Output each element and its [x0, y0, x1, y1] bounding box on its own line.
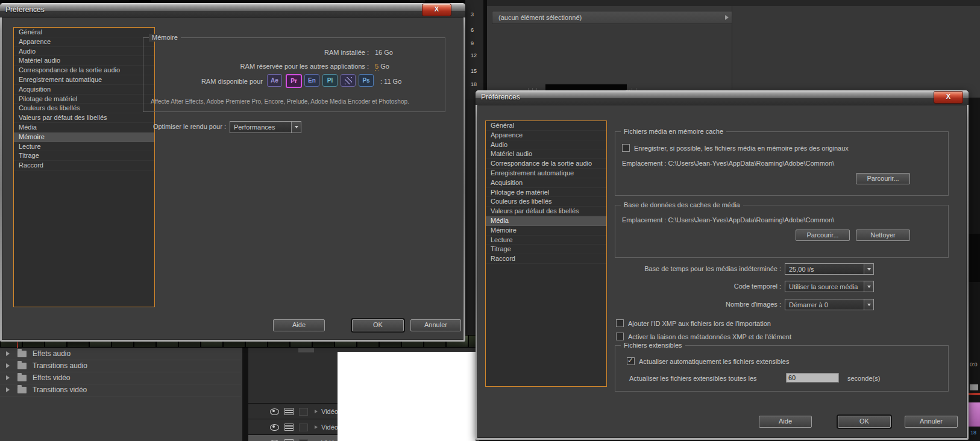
effects-bin-label: Transitions vidéo	[33, 386, 87, 394]
sidebar-item-pilotage-de-materiel[interactable]: Pilotage de matériel	[14, 95, 154, 104]
dropdown-button[interactable]	[864, 264, 873, 274]
track-lock-slot[interactable]	[299, 408, 308, 416]
track-expand-triangle-icon[interactable]	[315, 410, 318, 413]
browse-cache-db-button[interactable]: Parcourir...	[796, 230, 850, 241]
refresh-seconds-input[interactable]	[786, 373, 839, 383]
dropdown-button[interactable]	[864, 281, 873, 292]
ram-installed-label: RAM installée :	[151, 49, 369, 56]
sidebar-item-raccord[interactable]: Raccord	[486, 254, 606, 264]
audio-meter-scale: 369121518	[465, 0, 483, 99]
sidebar-item-lecture[interactable]: Lecture	[486, 236, 606, 245]
media-cache-location: Emplacement : C:\Users\Jean-Yves\AppData…	[622, 160, 834, 167]
dropdown-value: Performances	[230, 124, 291, 131]
close-icon[interactable]	[422, 4, 451, 16]
sidebar-item-audio[interactable]: Audio	[14, 47, 154, 57]
optimize-rendering-dropdown[interactable]: Performances	[230, 121, 301, 133]
help-button[interactable]: Aide	[273, 319, 325, 331]
frame-count-dropdown[interactable]: Démarrer à 0	[785, 299, 874, 310]
dialog-titlebar[interactable]: Préférences	[0, 3, 465, 17]
sidebar-item-correspondance-de-la-sortie-audio[interactable]: Correspondance de la sortie audio	[486, 159, 606, 169]
expand-triangle-icon[interactable]	[6, 375, 10, 380]
track-visibility-eye-icon[interactable]	[270, 424, 279, 431]
sidebar-item-memoire[interactable]: Mémoire	[486, 226, 606, 236]
app-icon-media-encoder	[341, 74, 356, 87]
folder-icon	[17, 387, 27, 393]
effects-bin-row[interactable]: Transitions vidéo	[0, 384, 241, 396]
ram-reserved-value[interactable]: 5	[375, 63, 378, 70]
sidebar-item-correspondance-de-la-sortie-audio[interactable]: Correspondance de la sortie audio	[14, 66, 154, 75]
sidebar-item-enregistrement-automatique[interactable]: Enregistrement automatique	[486, 169, 606, 178]
track-layers-icon[interactable]	[284, 424, 294, 431]
sidebar-item-materiel-audio[interactable]: Matériel audio	[14, 56, 154, 66]
group-title: Mémoire	[149, 34, 181, 42]
effects-bin-row[interactable]: Effets audio	[0, 348, 241, 360]
xmp-link-checkbox[interactable]	[616, 333, 624, 340]
track-visibility-eye-icon[interactable]	[270, 408, 279, 415]
sidebar-item-titrage[interactable]: Titrage	[14, 151, 154, 161]
track-lock-slot[interactable]	[299, 424, 308, 431]
sidebar-item-lecture[interactable]: Lecture	[14, 142, 154, 152]
app-icons-row: AePrEnPlPs	[267, 74, 378, 87]
dialog-titlebar[interactable]: Préférences	[476, 90, 969, 105]
sidebar-item-media[interactable]: Média	[486, 216, 606, 226]
pink-clip-fragment	[969, 402, 980, 427]
timecode-label: Code temporel :	[615, 283, 781, 290]
ram-available-value: : 11 Go	[380, 78, 401, 85]
dropdown-button[interactable]	[864, 299, 873, 310]
sidebar-item-valeurs-par-defaut-des-libelles[interactable]: Valeurs par défaut des libellés	[14, 113, 154, 123]
effects-bin-row[interactable]: Transitions audio	[0, 360, 241, 372]
ok-button[interactable]: OK	[838, 416, 891, 428]
meter-tick: 18	[471, 81, 477, 87]
track-layers-icon[interactable]	[284, 408, 294, 415]
dropdown-button[interactable]	[291, 122, 301, 133]
timebase-dropdown[interactable]: 25,00 i/s	[785, 263, 874, 275]
panel-expand-arrow-icon[interactable]	[725, 15, 729, 20]
xmp-id-checkbox[interactable]	[616, 319, 624, 327]
clean-cache-db-button[interactable]: Nettoyer	[856, 230, 910, 241]
sidebar-item-audio[interactable]: Audio	[486, 140, 606, 150]
sidebar-item-valeurs-par-defaut-des-libelles[interactable]: Valeurs par défaut des libellés	[486, 207, 606, 216]
sidebar-item-enregistrement-automatique[interactable]: Enregistrement automatique	[14, 75, 154, 85]
cancel-button[interactable]: Annuler	[410, 319, 461, 331]
no-selection-header[interactable]: (aucun élément sélectionné)	[492, 11, 733, 24]
ram-reserved-row-value: 5 Go	[375, 63, 389, 70]
cache-db-location: Emplacement : C:\Users\Jean-Yves\AppData…	[622, 216, 834, 224]
ram-installed-value: 16 Go	[375, 49, 393, 56]
close-icon[interactable]	[934, 91, 963, 104]
ok-button[interactable]: OK	[352, 319, 404, 331]
effects-bin-row[interactable]: Effets vidéo	[0, 372, 241, 384]
refresh-interval-unit: seconde(s)	[847, 375, 880, 382]
sidebar-item-memoire[interactable]: Mémoire	[14, 133, 154, 142]
sidebar-item-materiel-audio[interactable]: Matériel audio	[486, 149, 606, 159]
panel-right-region	[732, 6, 980, 98]
app-icon-prelude: Pl	[322, 74, 338, 87]
sidebar-item-acquisition[interactable]: Acquisition	[486, 178, 606, 188]
sidebar-item-raccord[interactable]: Raccord	[14, 161, 154, 170]
sidebar-item-couleurs-des-libelles[interactable]: Couleurs des libellés	[486, 197, 606, 207]
save-near-originals-checkbox[interactable]	[622, 144, 630, 152]
help-button[interactable]: Aide	[759, 416, 812, 428]
auto-refresh-checkbox[interactable]	[627, 357, 635, 365]
preferences-category-list: GénéralApparenceAudioMatériel audioCorre…	[485, 120, 607, 387]
sidebar-item-general[interactable]: Général	[14, 28, 154, 37]
sidebar-item-apparence[interactable]: Apparence	[486, 131, 606, 140]
sidebar-item-pilotage-de-materiel[interactable]: Pilotage de matériel	[486, 188, 606, 198]
track-lock-slot[interactable]	[299, 439, 308, 441]
timecode-dropdown[interactable]: Utiliser la source média	[785, 281, 874, 292]
panel-gap	[243, 348, 248, 441]
cancel-button[interactable]: Annuler	[905, 416, 958, 428]
dialog-title: Préférences	[5, 5, 45, 14]
chevron-down-icon	[295, 126, 298, 128]
expand-triangle-icon[interactable]	[6, 351, 10, 356]
chevron-down-icon	[867, 286, 871, 288]
expand-triangle-icon[interactable]	[6, 387, 10, 392]
sidebar-item-couleurs-des-libelles[interactable]: Couleurs des libellés	[14, 104, 154, 113]
sidebar-item-general[interactable]: Général	[486, 121, 606, 131]
sidebar-item-acquisition[interactable]: Acquisition	[14, 85, 154, 95]
track-expand-triangle-icon[interactable]	[315, 425, 318, 429]
sidebar-item-apparence[interactable]: Apparence	[14, 37, 154, 47]
expand-triangle-icon[interactable]	[6, 363, 10, 368]
browse-media-cache-button[interactable]: Parcourir...	[856, 173, 910, 184]
sidebar-item-titrage[interactable]: Titrage	[486, 245, 606, 254]
xmp-link-label: Activer la liaison des métadonnées XMP e…	[628, 333, 791, 340]
